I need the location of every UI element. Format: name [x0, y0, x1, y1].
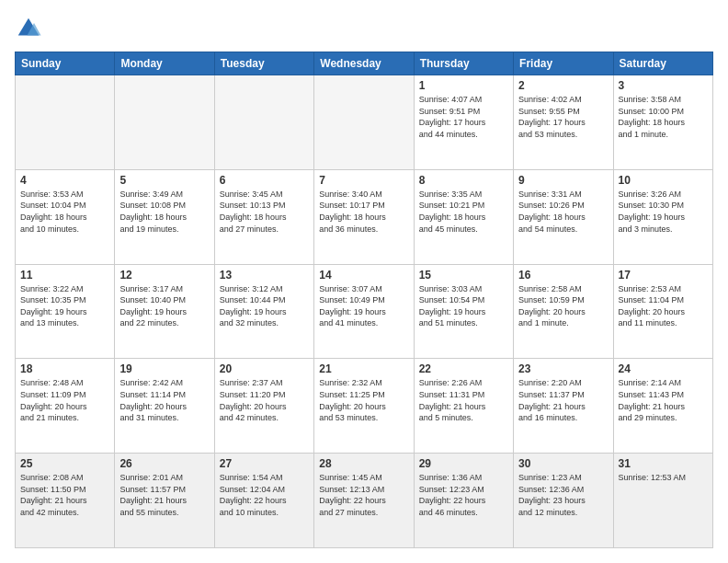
day-info: Sunrise: 2:42 AM Sunset: 11:14 PM Daylig…: [119, 377, 209, 423]
day-number: 18: [20, 362, 109, 375]
col-header-sunday: Sunday: [16, 52, 115, 75]
day-number: 24: [619, 362, 708, 375]
col-header-wednesday: Wednesday: [314, 52, 414, 75]
day-number: 16: [518, 269, 608, 282]
day-info: Sunrise: 2:32 AM Sunset: 11:25 PM Daylig…: [319, 377, 408, 423]
day-number: 10: [619, 174, 708, 187]
day-info: Sunrise: 3:31 AM Sunset: 10:26 PM Daylig…: [518, 189, 608, 235]
day-info: Sunrise: 1:54 AM Sunset: 12:04 AM Daylig…: [220, 472, 309, 518]
day-number: 15: [419, 269, 508, 282]
calendar-cell-11: 11Sunrise: 3:22 AM Sunset: 10:35 PM Dayl…: [16, 264, 115, 359]
calendar-week-4: 18Sunrise: 2:48 AM Sunset: 11:09 PM Dayl…: [16, 359, 713, 454]
day-info: Sunrise: 4:07 AM Sunset: 9:51 PM Dayligh…: [419, 94, 508, 140]
calendar-cell-empty-0-2: [214, 75, 313, 170]
calendar-cell-17: 17Sunrise: 2:53 AM Sunset: 11:04 PM Dayl…: [613, 264, 712, 359]
col-header-monday: Monday: [115, 52, 214, 75]
calendar-cell-4: 4Sunrise: 3:53 AM Sunset: 10:04 PM Dayli…: [16, 169, 115, 264]
day-info: Sunrise: 3:58 AM Sunset: 10:00 PM Daylig…: [619, 94, 708, 140]
day-number: 2: [518, 79, 608, 92]
col-header-thursday: Thursday: [414, 52, 513, 75]
day-number: 23: [518, 362, 608, 375]
calendar-cell-23: 23Sunrise: 2:20 AM Sunset: 11:37 PM Dayl…: [514, 359, 613, 454]
calendar-cell-empty-0-1: [115, 75, 214, 170]
calendar-cell-29: 29Sunrise: 1:36 AM Sunset: 12:23 AM Dayl…: [414, 454, 513, 548]
day-number: 7: [319, 174, 408, 187]
calendar-cell-15: 15Sunrise: 3:03 AM Sunset: 10:54 PM Dayl…: [414, 264, 513, 359]
day-number: 27: [220, 457, 309, 470]
day-number: 20: [220, 362, 309, 375]
day-info: Sunrise: 4:02 AM Sunset: 9:55 PM Dayligh…: [518, 94, 608, 140]
day-number: 21: [319, 362, 408, 375]
calendar-week-1: 1Sunrise: 4:07 AM Sunset: 9:51 PM Daylig…: [16, 75, 713, 170]
day-info: Sunrise: 3:40 AM Sunset: 10:17 PM Daylig…: [319, 189, 408, 235]
calendar-cell-21: 21Sunrise: 2:32 AM Sunset: 11:25 PM Dayl…: [314, 359, 414, 454]
calendar-cell-16: 16Sunrise: 2:58 AM Sunset: 10:59 PM Dayl…: [514, 264, 613, 359]
day-info: Sunrise: 1:23 AM Sunset: 12:36 AM Daylig…: [518, 472, 608, 518]
day-info: Sunrise: 3:53 AM Sunset: 10:04 PM Daylig…: [20, 189, 109, 235]
calendar-cell-27: 27Sunrise: 1:54 AM Sunset: 12:04 AM Dayl…: [214, 454, 313, 548]
calendar-week-2: 4Sunrise: 3:53 AM Sunset: 10:04 PM Dayli…: [16, 169, 713, 264]
calendar-cell-1: 1Sunrise: 4:07 AM Sunset: 9:51 PM Daylig…: [414, 75, 513, 170]
calendar-week-5: 25Sunrise: 2:08 AM Sunset: 11:50 PM Dayl…: [16, 454, 713, 548]
day-number: 14: [319, 269, 408, 282]
day-info: Sunrise: 1:36 AM Sunset: 12:23 AM Daylig…: [419, 472, 508, 518]
calendar-cell-25: 25Sunrise: 2:08 AM Sunset: 11:50 PM Dayl…: [16, 454, 115, 548]
day-number: 8: [419, 174, 508, 187]
calendar-cell-12: 12Sunrise: 3:17 AM Sunset: 10:40 PM Dayl…: [115, 264, 214, 359]
calendar-cell-2: 2Sunrise: 4:02 AM Sunset: 9:55 PM Daylig…: [514, 75, 613, 170]
calendar-cell-18: 18Sunrise: 2:48 AM Sunset: 11:09 PM Dayl…: [16, 359, 115, 454]
day-info: Sunrise: 3:12 AM Sunset: 10:44 PM Daylig…: [220, 283, 309, 329]
day-number: 4: [20, 174, 109, 187]
calendar-cell-10: 10Sunrise: 3:26 AM Sunset: 10:30 PM Dayl…: [613, 169, 712, 264]
col-header-saturday: Saturday: [613, 52, 712, 75]
calendar-cell-31: 31Sunrise: 12:53 AM: [613, 454, 712, 548]
day-info: Sunrise: 2:14 AM Sunset: 11:43 PM Daylig…: [619, 377, 708, 423]
day-info: Sunrise: 2:37 AM Sunset: 11:20 PM Daylig…: [220, 377, 309, 423]
calendar-cell-3: 3Sunrise: 3:58 AM Sunset: 10:00 PM Dayli…: [613, 75, 712, 170]
calendar-table: SundayMondayTuesdayWednesdayThursdayFrid…: [15, 52, 713, 548]
header: [15, 15, 713, 42]
calendar-cell-14: 14Sunrise: 3:07 AM Sunset: 10:49 PM Dayl…: [314, 264, 414, 359]
day-info: Sunrise: 3:22 AM Sunset: 10:35 PM Daylig…: [20, 283, 109, 329]
day-number: 31: [619, 457, 708, 470]
day-number: 3: [619, 79, 708, 92]
calendar-cell-30: 30Sunrise: 1:23 AM Sunset: 12:36 AM Dayl…: [514, 454, 613, 548]
day-info: Sunrise: 3:07 AM Sunset: 10:49 PM Daylig…: [319, 283, 408, 329]
day-info: Sunrise: 2:20 AM Sunset: 11:37 PM Daylig…: [518, 377, 608, 423]
calendar-cell-24: 24Sunrise: 2:14 AM Sunset: 11:43 PM Dayl…: [613, 359, 712, 454]
calendar-cell-22: 22Sunrise: 2:26 AM Sunset: 11:31 PM Dayl…: [414, 359, 513, 454]
day-number: 12: [119, 269, 209, 282]
day-number: 25: [20, 457, 109, 470]
day-number: 6: [220, 174, 309, 187]
day-number: 5: [119, 174, 209, 187]
day-info: Sunrise: 3:26 AM Sunset: 10:30 PM Daylig…: [619, 189, 708, 235]
logo-icon: [15, 15, 42, 42]
calendar-cell-26: 26Sunrise: 2:01 AM Sunset: 11:57 PM Dayl…: [115, 454, 214, 548]
calendar-cell-7: 7Sunrise: 3:40 AM Sunset: 10:17 PM Dayli…: [314, 169, 414, 264]
day-number: 26: [119, 457, 209, 470]
day-number: 19: [119, 362, 209, 375]
calendar-cell-13: 13Sunrise: 3:12 AM Sunset: 10:44 PM Dayl…: [214, 264, 313, 359]
day-info: Sunrise: 2:01 AM Sunset: 11:57 PM Daylig…: [119, 472, 209, 518]
calendar-cell-6: 6Sunrise: 3:45 AM Sunset: 10:13 PM Dayli…: [214, 169, 313, 264]
calendar-cell-9: 9Sunrise: 3:31 AM Sunset: 10:26 PM Dayli…: [514, 169, 613, 264]
logo: [15, 15, 46, 42]
day-info: Sunrise: 1:45 AM Sunset: 12:13 AM Daylig…: [319, 472, 408, 518]
day-info: Sunrise: 3:49 AM Sunset: 10:08 PM Daylig…: [119, 189, 209, 235]
calendar-cell-empty-0-3: [314, 75, 414, 170]
calendar-cell-28: 28Sunrise: 1:45 AM Sunset: 12:13 AM Dayl…: [314, 454, 414, 548]
col-header-friday: Friday: [514, 52, 613, 75]
day-info: Sunrise: 2:58 AM Sunset: 10:59 PM Daylig…: [518, 283, 608, 329]
day-number: 13: [220, 269, 309, 282]
calendar-cell-20: 20Sunrise: 2:37 AM Sunset: 11:20 PM Dayl…: [214, 359, 313, 454]
day-number: 17: [619, 269, 708, 282]
calendar-cell-8: 8Sunrise: 3:35 AM Sunset: 10:21 PM Dayli…: [414, 169, 513, 264]
day-number: 29: [419, 457, 508, 470]
day-info: Sunrise: 3:45 AM Sunset: 10:13 PM Daylig…: [220, 189, 309, 235]
day-info: Sunrise: 2:53 AM Sunset: 11:04 PM Daylig…: [619, 283, 708, 329]
day-info: Sunrise: 2:26 AM Sunset: 11:31 PM Daylig…: [419, 377, 508, 423]
day-number: 9: [518, 174, 608, 187]
calendar-cell-5: 5Sunrise: 3:49 AM Sunset: 10:08 PM Dayli…: [115, 169, 214, 264]
day-number: 22: [419, 362, 508, 375]
day-info: Sunrise: 3:17 AM Sunset: 10:40 PM Daylig…: [119, 283, 209, 329]
